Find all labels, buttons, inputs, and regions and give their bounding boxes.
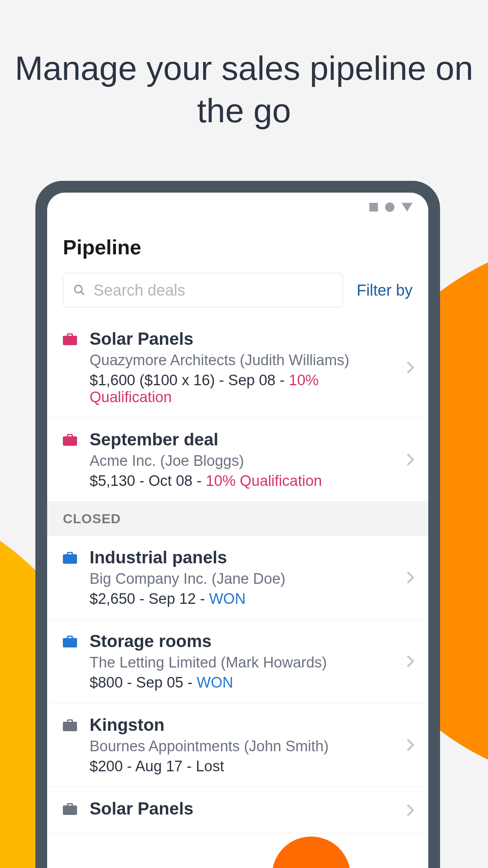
deal-status: WON bbox=[209, 590, 246, 607]
deal-company: Big Company Inc. (Jane Doe) bbox=[90, 570, 392, 587]
deal-title: Industrial panels bbox=[90, 548, 392, 567]
deal-title: Storage rooms bbox=[90, 631, 392, 651]
search-placeholder: Search deals bbox=[94, 281, 185, 299]
deal-company: Quazymore Architects (Judith Williams) bbox=[90, 352, 392, 369]
deal-meta: $1,600 ($100 x 16) - Sep 08 - 10% Qualif… bbox=[90, 372, 392, 406]
briefcase-icon bbox=[63, 803, 77, 815]
deal-status: 10% Qualification bbox=[90, 372, 319, 405]
svg-point-0 bbox=[75, 285, 82, 293]
briefcase-icon bbox=[63, 434, 77, 446]
deal-row[interactable]: Kingston Bournes Appointments (John Smit… bbox=[47, 703, 428, 787]
briefcase-icon bbox=[63, 635, 77, 648]
svg-line-1 bbox=[81, 292, 84, 295]
deal-status: 10% Qualification bbox=[206, 473, 322, 489]
open-deals-list: Solar Panels Quazymore Architects (Judit… bbox=[47, 317, 428, 502]
deal-meta: $200 - Aug 17 - Lost bbox=[90, 758, 392, 775]
chevron-right-icon bbox=[402, 739, 414, 751]
deal-row[interactable]: Storage rooms The Letting Limited (Mark … bbox=[47, 620, 428, 703]
phone-frame: Pipeline Search deals Filter by Solar Pa… bbox=[35, 181, 440, 868]
search-icon bbox=[73, 284, 86, 296]
phone-screen: Pipeline Search deals Filter by Solar Pa… bbox=[47, 193, 428, 868]
status-circle-icon bbox=[385, 202, 394, 212]
chevron-right-icon bbox=[402, 453, 414, 465]
briefcase-icon bbox=[63, 552, 77, 564]
deal-row[interactable]: Solar Panels bbox=[47, 787, 428, 834]
briefcase-icon bbox=[63, 333, 77, 346]
chevron-right-icon bbox=[402, 571, 414, 583]
deal-status: WON bbox=[197, 674, 233, 691]
deal-row[interactable]: Solar Panels Quazymore Architects (Judit… bbox=[47, 317, 428, 418]
deal-row[interactable]: Industrial panels Big Company Inc. (Jane… bbox=[47, 536, 428, 620]
filter-by-button[interactable]: Filter by bbox=[357, 281, 413, 299]
deal-row[interactable]: September deal Acme Inc. (Joe Bloggs) $5… bbox=[47, 418, 428, 502]
deal-company: The Letting Limited (Mark Howards) bbox=[90, 654, 392, 671]
deal-meta: $800 - Sep 05 - WON bbox=[90, 674, 392, 691]
android-status-icons bbox=[47, 193, 428, 212]
deal-title: Solar Panels bbox=[90, 799, 392, 818]
deal-company: Acme Inc. (Joe Bloggs) bbox=[90, 452, 392, 469]
deal-title: Solar Panels bbox=[90, 329, 392, 349]
deal-company: Bournes Appointments (John Smith) bbox=[90, 738, 392, 755]
closed-deals-list: Industrial panels Big Company Inc. (Jane… bbox=[47, 536, 428, 834]
briefcase-icon bbox=[63, 719, 77, 732]
marketing-headline: Manage your sales pipeline on the go bbox=[0, 0, 488, 132]
status-square-icon bbox=[369, 203, 378, 211]
chevron-right-icon bbox=[402, 655, 414, 667]
deal-meta: $2,650 - Sep 12 - WON bbox=[90, 590, 392, 607]
deal-title: Kingston bbox=[90, 715, 392, 735]
search-input[interactable]: Search deals bbox=[63, 273, 343, 307]
status-triangle-icon bbox=[402, 203, 413, 211]
chevron-right-icon bbox=[402, 361, 414, 373]
deal-title: September deal bbox=[90, 430, 392, 449]
page-title: Pipeline bbox=[47, 212, 428, 273]
deal-meta: $5,130 - Oct 08 - 10% Qualification bbox=[90, 473, 392, 489]
section-header-closed: CLOSED bbox=[47, 502, 428, 536]
chevron-right-icon bbox=[402, 804, 414, 816]
